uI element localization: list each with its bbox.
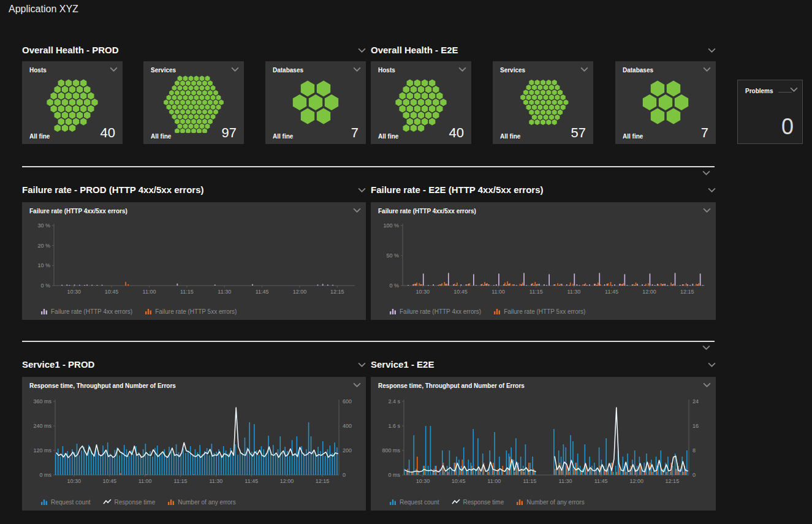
svg-text:11:45: 11:45 bbox=[245, 478, 258, 484]
legend-item[interactable]: Failure rate (HTTP 4xx errors) bbox=[40, 308, 132, 315]
health-tile-databases-e2e[interactable]: DatabasesAll fine7 bbox=[615, 61, 716, 144]
count-value: 97 bbox=[222, 126, 237, 140]
svg-text:11:30: 11:30 bbox=[559, 478, 572, 484]
svg-text:11:45: 11:45 bbox=[256, 289, 269, 295]
chevron-down-icon[interactable] bbox=[353, 67, 361, 72]
svg-text:600: 600 bbox=[343, 398, 352, 404]
svg-text:24: 24 bbox=[692, 398, 699, 404]
section-divider bbox=[22, 341, 715, 342]
health-tile-services-e2e[interactable]: ServicesAll fine57 bbox=[493, 61, 593, 144]
svg-text:0 ms: 0 ms bbox=[39, 472, 51, 478]
failure-rate-e2e-tile[interactable]: Failure rate (HTTP 4xx/5xx errors) 100 %… bbox=[371, 202, 716, 320]
legend-item[interactable]: Failure rate (HTTP 5xx errors) bbox=[493, 308, 585, 315]
svg-text:11:00: 11:00 bbox=[138, 478, 152, 484]
chevron-down-icon[interactable] bbox=[702, 170, 710, 175]
service1-prod-chart[interactable]: 360 ms240 ms120 ms0 ms600400200010:3010:… bbox=[27, 394, 361, 487]
failure-rate-prod-tile[interactable]: Failure rate (HTTP 4xx/5xx errors) 30 %2… bbox=[22, 202, 366, 320]
svg-text:11:15: 11:15 bbox=[523, 478, 536, 484]
chevron-down-icon[interactable] bbox=[790, 87, 798, 92]
svg-text:0: 0 bbox=[343, 472, 346, 478]
svg-text:11:45: 11:45 bbox=[594, 478, 608, 484]
status-text: All fine bbox=[273, 133, 293, 140]
svg-text:12:00: 12:00 bbox=[280, 478, 294, 484]
line-series-icon bbox=[103, 498, 112, 506]
svg-text:10:30: 10:30 bbox=[416, 478, 430, 484]
chart-legend: Failure rate (HTTP 4xx errors)Failure ra… bbox=[40, 308, 237, 315]
svg-text:12:15: 12:15 bbox=[680, 289, 694, 295]
svg-text:0 %: 0 % bbox=[40, 283, 50, 289]
svg-text:11:00: 11:00 bbox=[143, 289, 156, 295]
honeycomb-chart[interactable] bbox=[143, 72, 244, 133]
section-header-failure-prod: Failure rate - PROD (HTTP 4xx/5xx errors… bbox=[22, 184, 366, 197]
count-value: 40 bbox=[101, 126, 115, 140]
chart-title: Failure rate (HTTP 4xx/5xx errors) bbox=[29, 208, 127, 215]
legend-item[interactable]: Number of any errors bbox=[167, 498, 235, 506]
service1-e2e-tile[interactable]: Response time, Throughput and Number of … bbox=[371, 377, 716, 511]
chevron-down-icon[interactable] bbox=[358, 48, 366, 53]
legend-item[interactable]: Response time bbox=[103, 498, 156, 506]
chevron-down-icon[interactable] bbox=[708, 188, 716, 192]
svg-text:11:45: 11:45 bbox=[605, 289, 618, 295]
chevron-down-icon[interactable] bbox=[708, 48, 716, 53]
bar-series-icon bbox=[40, 308, 48, 315]
chevron-down-icon[interactable] bbox=[110, 67, 118, 72]
failure-rate-prod-chart[interactable]: 30 %20 %10 %0 %10:3010:4511:0011:1511:30… bbox=[27, 219, 361, 298]
chevron-down-icon[interactable] bbox=[703, 67, 711, 72]
divider-dash bbox=[778, 92, 792, 93]
svg-text:11:15: 11:15 bbox=[180, 289, 194, 295]
problems-tile[interactable]: Problems 0 bbox=[737, 80, 803, 144]
legend-item[interactable]: Request count bbox=[389, 498, 439, 506]
honeycomb-chart[interactable] bbox=[371, 72, 471, 133]
legend-label: Failure rate (HTTP 5xx errors) bbox=[504, 308, 585, 315]
chevron-down-icon[interactable] bbox=[708, 362, 716, 367]
chart-legend: Failure rate (HTTP 4xx errors)Failure ra… bbox=[389, 308, 585, 315]
svg-text:11:30: 11:30 bbox=[218, 289, 231, 295]
dashboard: { "page": { "title": "Application XYZ" }… bbox=[0, 0, 812, 524]
chevron-down-icon[interactable] bbox=[703, 208, 711, 213]
svg-text:0 %: 0 % bbox=[389, 283, 399, 289]
svg-text:12:00: 12:00 bbox=[642, 289, 656, 295]
honeycomb-chart[interactable] bbox=[265, 72, 366, 133]
legend-item[interactable]: Request count bbox=[40, 498, 91, 506]
svg-text:12:00: 12:00 bbox=[293, 289, 307, 295]
legend-item[interactable]: Failure rate (HTTP 4xx errors) bbox=[389, 308, 481, 315]
chevron-down-icon[interactable] bbox=[358, 188, 366, 192]
service1-prod-tile[interactable]: Response time, Throughput and Number of … bbox=[22, 377, 366, 511]
svg-text:1.6 s: 1.6 s bbox=[388, 423, 400, 429]
legend-label: Number of any errors bbox=[178, 499, 235, 506]
svg-text:10:45: 10:45 bbox=[102, 478, 116, 484]
failure-rate-e2e-chart[interactable]: 100 %50 %0 %10:3010:4511:0011:1511:3011:… bbox=[376, 219, 711, 298]
count-value: 40 bbox=[449, 126, 464, 140]
svg-text:11:00: 11:00 bbox=[491, 289, 505, 295]
chevron-down-icon[interactable] bbox=[358, 362, 366, 367]
chevron-down-icon[interactable] bbox=[458, 67, 466, 72]
svg-text:10:30: 10:30 bbox=[67, 289, 81, 295]
svg-text:10:45: 10:45 bbox=[452, 478, 466, 484]
honeycomb-chart[interactable] bbox=[22, 72, 123, 133]
svg-text:12:15: 12:15 bbox=[330, 289, 344, 295]
chevron-down-icon[interactable] bbox=[580, 67, 588, 72]
chevron-down-icon[interactable] bbox=[353, 208, 361, 213]
line-series-icon bbox=[452, 498, 460, 506]
honeycomb-chart[interactable] bbox=[615, 72, 716, 133]
svg-text:10 %: 10 % bbox=[37, 262, 50, 268]
health-tile-databases-prod[interactable]: DatabasesAll fine7 bbox=[265, 61, 366, 144]
bar-series-icon bbox=[167, 498, 175, 506]
count-value: 7 bbox=[701, 126, 708, 140]
health-tile-hosts-prod[interactable]: HostsAll fine40 bbox=[22, 61, 123, 144]
health-tile-hosts-e2e[interactable]: HostsAll fine40 bbox=[371, 61, 471, 144]
honeycomb-chart[interactable] bbox=[493, 72, 593, 133]
svg-text:400: 400 bbox=[343, 423, 352, 429]
svg-text:12:15: 12:15 bbox=[666, 478, 680, 484]
health-tile-services-prod[interactable]: ServicesAll fine97 bbox=[143, 61, 244, 144]
status-text: All fine bbox=[151, 133, 171, 140]
chevron-down-icon[interactable] bbox=[702, 345, 710, 350]
legend-item[interactable]: Failure rate (HTTP 5xx errors) bbox=[145, 308, 237, 315]
legend-item[interactable]: Number of any errors bbox=[516, 498, 584, 506]
status-text: All fine bbox=[378, 133, 398, 140]
chevron-down-icon[interactable] bbox=[231, 67, 239, 72]
legend-item[interactable]: Response time bbox=[452, 498, 504, 506]
service1-e2e-chart[interactable]: 2.4 s1.6 s800 ms0 ms24168010:3010:4511:0… bbox=[376, 394, 711, 487]
chevron-down-icon[interactable] bbox=[353, 382, 361, 387]
chevron-down-icon[interactable] bbox=[703, 382, 711, 387]
